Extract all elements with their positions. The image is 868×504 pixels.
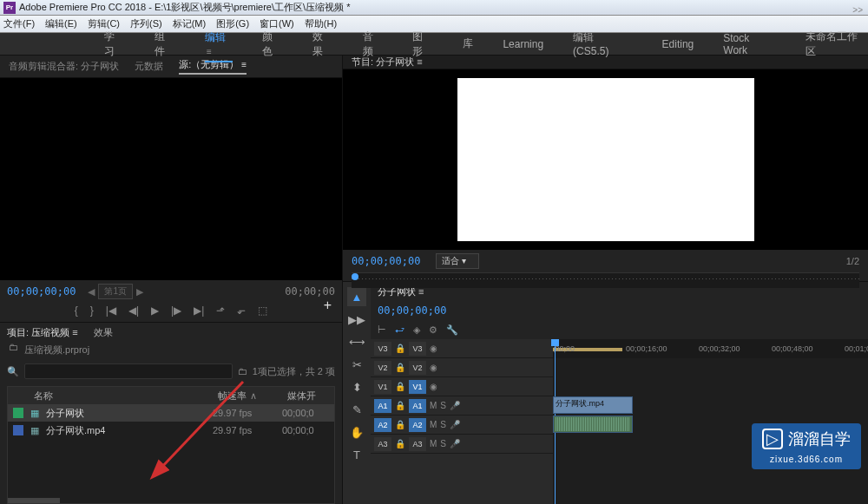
audio-clip[interactable] (553, 416, 633, 433)
play-icon[interactable]: ▶ (151, 304, 159, 317)
tab-project[interactable]: 项目: 压缩视频 ≡ (7, 326, 78, 339)
tab-metadata[interactable]: 元数据 (135, 60, 163, 73)
ws-assembly[interactable]: 组件 (155, 29, 175, 59)
ws-library[interactable]: 库 (463, 36, 473, 51)
program-canvas[interactable] (457, 78, 754, 241)
snap-icon[interactable]: ⊢ (378, 324, 386, 336)
tool-ripple[interactable]: ⟷ (347, 332, 366, 351)
mic-icon[interactable]: 🎤 (450, 420, 460, 429)
program-timecode[interactable]: 00;00;00;00 (352, 255, 420, 267)
target-A3[interactable]: A3 (409, 437, 426, 451)
new-bin-icon[interactable]: 🗀 (238, 366, 247, 376)
tool-hand[interactable]: ✋ (347, 422, 366, 442)
project-item[interactable]: ▦ 分子网状.mp4 29.97 fps 00;00;0 (8, 422, 334, 439)
ws-menu-icon[interactable]: ≡ (207, 47, 212, 56)
step-back-icon[interactable]: ◀| (128, 304, 139, 317)
target-V3[interactable]: V3 (409, 342, 426, 356)
src-patch-A1[interactable]: A1 (374, 399, 391, 413)
search-input[interactable] (24, 363, 233, 379)
mic-icon[interactable]: 🎤 (450, 401, 460, 410)
menu-marker[interactable]: 标记(M) (173, 17, 207, 30)
tool-slip[interactable]: ⬍ (347, 377, 366, 396)
timeline-timecode[interactable]: 00;00;00;00 (378, 304, 446, 317)
tool-razor[interactable]: ✂ (347, 355, 366, 374)
mark-out-icon[interactable]: } (90, 304, 94, 317)
search-icon[interactable]: 🔍 (7, 366, 19, 377)
marker-icon[interactable]: ◈ (413, 324, 420, 336)
ws-edit-cs55[interactable]: 编辑 (CS5.5) (573, 30, 632, 57)
ws-edit[interactable]: 编辑≡ (205, 30, 233, 57)
menu-edit[interactable]: 编辑(E) (45, 17, 77, 30)
ws-learning-en[interactable]: Learning (503, 38, 543, 50)
resolution-fraction[interactable]: 1/2 (846, 256, 859, 266)
tool-pen[interactable]: ✎ (347, 400, 366, 419)
col-fps[interactable]: 帧速率∧ (213, 389, 282, 403)
menu-file[interactable]: 文件(F) (3, 17, 35, 30)
tool-type[interactable]: T (347, 445, 366, 464)
solo-btn[interactable]: S (440, 401, 446, 410)
label-swatch[interactable] (13, 425, 23, 435)
mute-btn[interactable]: M (430, 420, 437, 429)
tool-selection[interactable]: ▲ (347, 287, 366, 306)
ws-stock[interactable]: Stock Work (723, 32, 776, 56)
project-item[interactable]: ▦ 分子网状 29.97 fps 00;00;0 (8, 404, 334, 422)
lock-icon[interactable]: 🔒 (395, 363, 405, 372)
tab-audio-mixer[interactable]: 音频剪辑混合器: 分子网状 (9, 60, 119, 73)
col-start[interactable]: 媒体开 (282, 389, 334, 403)
ws-untitled[interactable]: 未命名工作区 (806, 29, 868, 59)
lock-icon[interactable]: 🔒 (395, 382, 405, 391)
panel-overflow-icon[interactable]: >> (852, 5, 863, 15)
lock-icon[interactable]: 🔒 (395, 401, 405, 410)
src-patch-A2[interactable]: A2 (374, 418, 391, 432)
goto-out-icon[interactable]: ▶| (194, 304, 204, 317)
overwrite-icon[interactable]: ⬐ (237, 304, 246, 317)
mute-btn[interactable]: M (430, 401, 437, 410)
page-prev-icon[interactable]: ◀ (88, 286, 95, 298)
ws-learn[interactable]: 学习 (104, 29, 125, 59)
step-fwd-icon[interactable]: |▶ (171, 304, 181, 317)
program-ruler[interactable] (352, 272, 859, 288)
target-V2[interactable]: V2 (409, 361, 426, 375)
lock-icon[interactable]: 🔒 (395, 439, 405, 448)
ws-effects[interactable]: 效果 (312, 29, 333, 59)
source-timecode-left[interactable]: 00;00;00;00 (7, 285, 76, 298)
video-clip[interactable]: 分子网状.mp4 (553, 396, 633, 414)
solo-btn[interactable]: S (440, 420, 446, 429)
ws-color[interactable]: 颜色 (262, 29, 283, 59)
goto-in-icon[interactable]: |◀ (106, 304, 116, 317)
mute-btn[interactable]: M (430, 439, 437, 448)
lock-icon[interactable]: 🔒 (395, 344, 405, 353)
link-icon[interactable]: ⮐ (395, 324, 404, 335)
col-name[interactable]: 名称 (29, 389, 213, 403)
src-patch-V2[interactable]: V2 (374, 361, 391, 375)
lock-icon[interactable]: 🔒 (395, 420, 405, 429)
eye-icon[interactable]: ◉ (430, 344, 437, 353)
target-V1[interactable]: V1 (409, 380, 426, 394)
ws-editing-en[interactable]: Editing (662, 38, 694, 50)
ws-audio[interactable]: 音频 (363, 29, 384, 59)
mark-in-icon[interactable]: { (75, 304, 78, 317)
tool-track-select[interactable]: ▶▶ (347, 310, 366, 329)
page-label[interactable]: 第1页 (98, 284, 133, 299)
program-playhead[interactable] (352, 273, 358, 280)
solo-btn[interactable]: S (440, 439, 446, 448)
scrollbar-thumb[interactable] (8, 498, 60, 503)
src-patch-V3[interactable]: V3 (374, 342, 391, 356)
insert-icon[interactable]: ⬏ (216, 304, 225, 317)
wrench-icon[interactable]: 🔧 (446, 324, 458, 336)
zoom-select[interactable]: 适合 ▾ (436, 253, 479, 269)
src-patch-V1[interactable]: V1 (374, 380, 391, 394)
eye-icon[interactable]: ◉ (430, 363, 437, 372)
eye-icon[interactable]: ◉ (430, 382, 437, 391)
add-button[interactable]: + (324, 298, 332, 313)
tab-effects[interactable]: 效果 (94, 326, 113, 339)
page-next-icon[interactable]: ▶ (136, 286, 143, 298)
timeline-ruler[interactable]: ;00;0000;00;16;0000;00;32;0000;00;48;000… (553, 339, 868, 358)
mic-icon[interactable]: 🎤 (450, 439, 460, 448)
ws-graphics[interactable]: 图形 (412, 29, 433, 59)
target-A2[interactable]: A2 (409, 418, 426, 432)
src-patch-A3[interactable]: A3 (374, 437, 391, 451)
menu-graphics[interactable]: 图形(G) (216, 17, 249, 30)
export-frame-icon[interactable]: ⬚ (258, 304, 267, 317)
target-A1[interactable]: A1 (409, 399, 426, 413)
